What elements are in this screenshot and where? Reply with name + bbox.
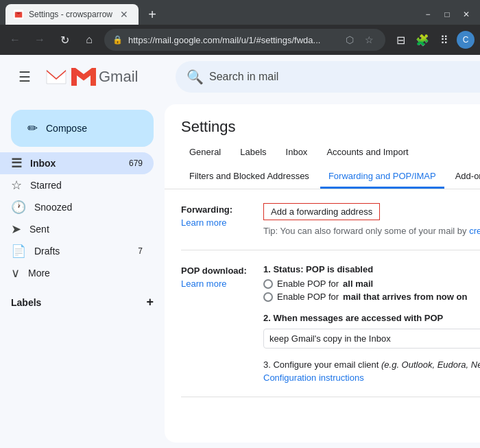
back-button[interactable]: ← [5,30,25,49]
starred-icon: ☆ [11,178,22,193]
pop-learn-more[interactable]: Learn more [181,279,263,289]
labels-section: Labels + [0,290,165,315]
sent-icon: ➤ [11,222,21,237]
creating-filter-link[interactable]: creating a filter! [469,226,480,236]
tab-bar: Settings - crowsparrow ✕ + − □ ✕ [0,0,480,25]
search-bar[interactable]: 🔍 Search in mail ⊞ [176,61,480,93]
sidebar-label-sent: Sent [29,224,143,235]
inbox-icon: ☰ [11,156,22,171]
profile-avatar[interactable]: C [457,31,475,49]
hamburger-button[interactable]: ☰ [11,63,38,91]
sidebar-label-more: More [28,268,143,279]
pop-radio-now[interactable] [263,292,273,302]
active-tab[interactable]: Settings - crowsparrow ✕ [5,4,139,25]
inbox-count: 679 [129,158,143,168]
screencast-icon[interactable]: ⊟ [391,30,410,49]
left-panel: ☰ [0,55,165,448]
configuration-instructions-link[interactable]: Configuration instructions [263,373,480,383]
more-chevron-icon: ∨ [11,266,20,281]
pop-status-text: 1. Status: POP is disabled [263,264,480,274]
right-panel: 🔍 Search in mail ⊞ ? ⚙ ⠿ C [165,55,480,448]
sidebar-label-inbox: Inbox [30,158,121,169]
lock-icon: 🔒 [112,35,123,45]
gmail-logo: Gmail [44,64,138,89]
url-bar[interactable]: 🔒 https://mail.google.com/mail/u/1/#sett… [104,29,385,51]
search-icon: 🔍 [187,69,204,85]
sidebar-item-starred[interactable]: ☆ Starred [0,174,154,196]
tab-labels[interactable]: Labels [232,141,274,163]
sidebar-item-more[interactable]: ∨ More [0,262,154,284]
tab-accounts[interactable]: Accounts and Import [318,141,416,163]
labels-title: Labels [11,297,41,308]
forwarding-label: Forwarding: Learn more [181,203,263,228]
add-forwarding-button[interactable]: Add a forwarding address [263,203,380,220]
pop-keep-dropdown[interactable]: keep Gmail's copy in the Inbox ▾ [263,329,480,349]
tabs-row2: Filters and Blocked Addresses Forwarding… [181,163,480,189]
sidebar: ✏ Compose ☰ Inbox 679 ☆ Starred 🕐 Snooze… [0,99,165,320]
new-tab-button[interactable]: + [144,6,160,23]
pop-row: POP download: Learn more 1. Status: POP … [181,264,480,397]
gmail-label: Gmail [99,68,138,86]
header-right: 🔍 Search in mail ⊞ ? ⚙ ⠿ C [165,55,480,99]
sidebar-label-snoozed: Snoozed [34,202,143,213]
sidebar-item-drafts[interactable]: 📄 Drafts 7 [0,240,154,262]
pop-configure-section: 3. Configure your email client (e.g. Out… [263,359,480,383]
compose-button[interactable]: ✏ Compose [11,110,154,147]
search-input[interactable]: Search in mail [209,71,480,83]
pop-label: POP download: Learn more [181,264,263,289]
forwarding-tip: Tip: You can also forward only some of y… [263,226,480,236]
settings-panel: Settings ▦ ▾ General Labels Inbox Accoun… [165,104,480,443]
drafts-icon: 📄 [11,244,26,259]
refresh-button[interactable]: ↻ [55,30,74,49]
share-icon[interactable]: ⬡ [341,32,358,48]
sidebar-label-starred: Starred [30,180,143,191]
home-button[interactable]: ⌂ [80,30,99,49]
pop-status-section: 1. Status: POP is disabled Enable POP fo… [263,264,480,302]
gmail-favicon [14,10,23,19]
gmail-logo-icon [44,64,69,89]
pop-content: 1. Status: POP is disabled Enable POP fo… [263,264,480,383]
sidebar-label-drafts: Drafts [34,246,130,257]
tab-general[interactable]: General [181,141,229,163]
browser-actions: ⊟ 🧩 ⠿ C [391,30,475,49]
compose-label: Compose [46,123,87,134]
sidebar-item-sent[interactable]: ➤ Sent [0,218,154,240]
header-left: ☰ [0,55,165,99]
sidebar-item-snoozed[interactable]: 🕐 Snoozed [0,196,154,218]
address-bar: ← → ↻ ⌂ 🔒 https://mail.google.com/mail/u… [0,25,480,55]
settings-tabs: General Labels Inbox Accounts and Import… [165,136,480,189]
url-actions: ⬡ ☆ [341,32,377,48]
sidebar-item-inbox[interactable]: ☰ Inbox 679 [0,152,154,174]
tab-forwarding[interactable]: Forwarding and POP/IMAP [320,165,444,189]
url-text: https://mail.google.com/mail/u/1/#settin… [128,35,336,45]
settings-header: Settings ▦ ▾ [165,104,480,136]
window-close-button[interactable]: ✕ [458,6,475,23]
gmail-m-icon [71,68,96,86]
tab-title: Settings - crowsparrow [29,10,112,19]
compose-icon: ✏ [27,121,38,136]
add-label-button[interactable]: + [146,295,154,309]
tab-close-button[interactable]: ✕ [118,8,130,21]
forward-button[interactable]: → [30,30,49,49]
app-container: ☰ [0,55,480,448]
bookmark-icon[interactable]: ☆ [361,32,377,48]
forwarding-row: Forwarding: Learn more Add a forwarding … [181,203,480,250]
pop-radio-all[interactable] [263,279,273,289]
settings-title: Settings [181,118,236,136]
extensions-icon[interactable]: 🧩 [413,30,432,49]
window-controls: − □ ✕ [420,6,475,23]
pop-option-now[interactable]: Enable POP for mail that arrives from no… [263,292,480,302]
minimize-button[interactable]: − [420,6,436,23]
tabs-row1: General Labels Inbox Accounts and Import [181,136,480,163]
forwarding-content: Add a forwarding address Tip: You can al… [263,203,480,236]
pop-option-all[interactable]: Enable POP for all mail [263,279,480,289]
snoozed-icon: 🕐 [11,200,26,215]
tab-addons[interactable]: Add-ons [447,165,480,189]
tab-inbox[interactable]: Inbox [278,141,316,163]
maximize-button[interactable]: □ [439,6,455,23]
browser-menu-icon[interactable]: ⠿ [435,30,454,49]
browser-chrome: Settings - crowsparrow ✕ + − □ ✕ ← → ↻ ⌂… [0,0,480,55]
forwarding-learn-more[interactable]: Learn more [181,217,263,228]
settings-content: Forwarding: Learn more Add a forwarding … [165,189,480,425]
tab-filters[interactable]: Filters and Blocked Addresses [181,165,317,189]
